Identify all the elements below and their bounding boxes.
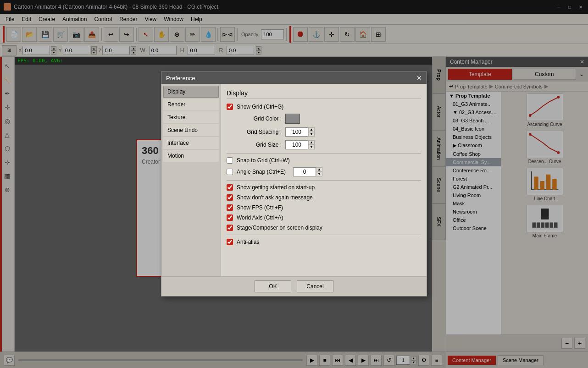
pref-nav-motion[interactable]: Motion [163,150,219,162]
pref-anti-alias-row: Anti-alias [227,239,421,245]
pref-section-title: Display [227,89,421,99]
pref-grid-size-spin: ▲ ▼ [285,140,315,149]
pref-angle-snap-row: Angle Snap (Ctrl+E) ▲ ▼ [227,167,421,176]
pref-show-start-checkbox[interactable] [227,184,233,191]
preference-close-button[interactable]: ✕ [416,74,422,82]
pref-grid-spacing-row: Grid Spacing : ▲ ▼ [236,127,421,137]
preference-overlay: Preference ✕ Display Render Texture Scen… [0,0,588,368]
pref-grid-color-row: Grid Color : [236,114,421,124]
pref-world-axis-checkbox[interactable] [227,214,233,221]
pref-sep-2 [227,180,421,181]
pref-show-fps-checkbox[interactable] [227,204,233,211]
pref-show-dontask-checkbox[interactable] [227,194,233,201]
preference-body: Display Render Texture Scene Undo Interf… [161,84,427,276]
pref-show-fps-label: Show FPS (Ctrl+F) [237,204,283,211]
pref-grid-color-swatch[interactable] [285,114,300,124]
pref-angle-snap-btns[interactable]: ▲ ▼ [316,167,322,176]
pref-grid-spacing-btns[interactable]: ▲ ▼ [308,127,315,137]
pref-grid-spacing-down[interactable]: ▼ [308,132,315,137]
pref-grid-spacing-up[interactable]: ▲ [308,127,315,132]
pref-grid-spacing-label: Grid Spacing : [236,129,282,135]
pref-sep-3 [227,235,421,235]
pref-angle-snap-input[interactable] [293,167,316,176]
pref-grid-size-btns[interactable]: ▲ ▼ [308,140,315,149]
preference-content: Display Show Grid (Ctrl+G) Grid Color : … [221,84,427,276]
pref-grid-spacing-spin: ▲ ▼ [285,127,315,137]
pref-show-grid-row: Show Grid (Ctrl+G) [227,104,421,110]
pref-nav-display[interactable]: Display [163,86,219,98]
pref-angle-snap-spin: ▲ ▼ [293,167,322,176]
pref-snap-grid-checkbox[interactable] [227,157,233,164]
pref-grid-spacing-input[interactable] [285,127,308,137]
pref-stage-composer-row: Stage/Composer on screen display [227,225,421,231]
preference-dialog: Preference ✕ Display Render Texture Scen… [161,71,427,297]
pref-grid-size-row: Grid Size : ▲ ▼ [236,140,421,149]
pref-sep-1 [227,153,421,154]
preference-title: Preference [166,75,195,82]
preference-footer: OK Cancel [161,276,427,296]
preference-sidebar: Display Render Texture Scene Undo Interf… [161,84,221,276]
pref-grid-size-label: Grid Size : [236,142,282,148]
pref-ok-button[interactable]: OK [255,280,291,292]
pref-angle-snap-label: Angle Snap (Ctrl+E) [237,169,286,175]
pref-angle-snap-up[interactable]: ▲ [316,167,322,172]
pref-anti-alias-checkbox[interactable] [227,239,233,245]
pref-nav-texture[interactable]: Texture [163,111,219,123]
pref-nav-interface[interactable]: Interface [163,137,219,149]
pref-anti-alias-label: Anti-alias [237,239,259,245]
pref-angle-snap-checkbox[interactable] [227,169,233,175]
pref-grid-size-down[interactable]: ▼ [308,145,315,149]
pref-show-fps-row: Show FPS (Ctrl+F) [227,204,421,211]
pref-grid-color-label: Grid Color : [236,115,282,122]
pref-nav-render[interactable]: Render [163,99,219,110]
pref-snap-grid-label: Snap to Grid (Ctrl+W) [237,157,290,164]
pref-show-grid-checkbox[interactable] [227,104,233,110]
pref-show-start-label: Show getting started on start-up [237,184,315,191]
pref-world-axis-row: World Axis (Ctrl+A) [227,214,421,221]
pref-stage-composer-checkbox[interactable] [227,225,233,231]
preference-titlebar: Preference ✕ [161,72,427,84]
pref-world-axis-label: World Axis (Ctrl+A) [237,214,283,221]
pref-show-dontask-label: Show don't ask again message [237,194,313,201]
pref-stage-composer-label: Stage/Composer on screen display [237,225,322,231]
pref-cancel-button[interactable]: Cancel [297,280,333,292]
pref-angle-snap-down[interactable]: ▼ [316,172,322,176]
pref-grid-size-up[interactable]: ▲ [308,140,315,145]
pref-nav-scene-undo[interactable]: Scene Undo [163,124,219,136]
pref-show-dontask-row: Show don't ask again message [227,194,421,201]
pref-snap-grid-row: Snap to Grid (Ctrl+W) [227,157,421,164]
pref-show-start-row: Show getting started on start-up [227,184,421,191]
pref-grid-size-input[interactable] [285,140,308,149]
pref-show-grid-label: Show Grid (Ctrl+G) [237,104,283,110]
